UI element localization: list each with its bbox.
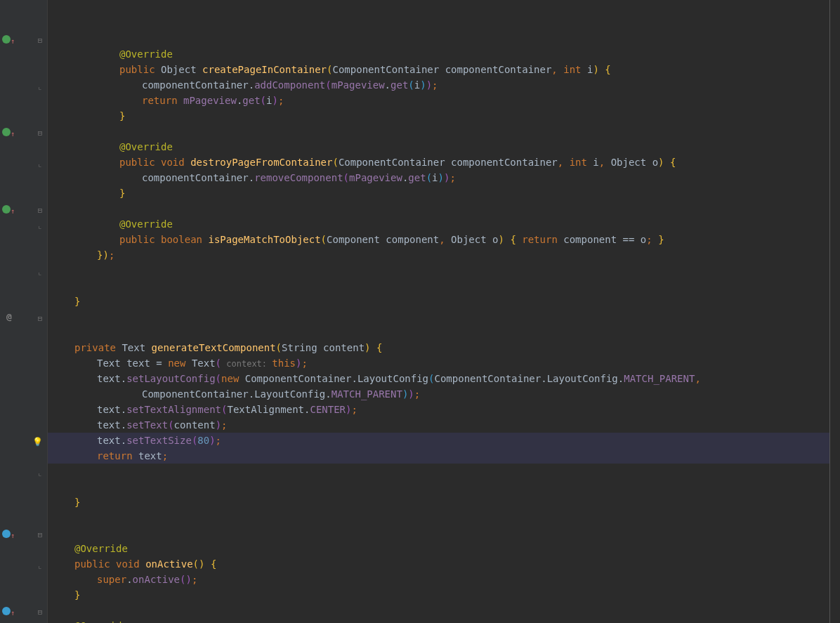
token-param: componentContainer — [445, 64, 552, 75]
fold-collapse-icon[interactable]: ⊟ — [37, 126, 44, 141]
token-dot: . — [541, 373, 546, 384]
code-line[interactable] — [52, 278, 829, 294]
token-cls: TextAlignment — [227, 404, 304, 415]
token-dot: . — [121, 373, 126, 384]
fold-collapse-icon[interactable]: ⊟ — [37, 527, 44, 543]
code-line[interactable]: public void destroyPageFromContainer(Com… — [52, 155, 829, 170]
token-kw: private — [74, 342, 122, 353]
token-paren0: ) — [658, 157, 670, 168]
token-paren0: ( — [276, 342, 282, 353]
override-gutter-icon[interactable]: ↑ — [2, 204, 12, 214]
token-cls: Text — [122, 342, 151, 353]
code-line[interactable]: @Override — [52, 618, 829, 623]
code-line[interactable]: return mPageview.get(i); — [52, 93, 829, 108]
override-gutter-icon[interactable]: ↑ — [2, 34, 12, 44]
code-line[interactable] — [52, 603, 829, 618]
token-paren1: ( — [325, 79, 331, 91]
token-kw: return — [516, 234, 563, 245]
code-line[interactable]: Text text = new Text( context: this); — [52, 355, 829, 371]
code-line[interactable]: componentContainer.removeComponent(mPage… — [52, 170, 829, 185]
code-line[interactable]: @Override — [52, 541, 829, 556]
token-dot: . — [121, 404, 126, 415]
code-line[interactable] — [52, 324, 829, 340]
fold-collapse-icon[interactable]: ⊟ — [37, 311, 44, 327]
code-line[interactable]: } — [52, 587, 829, 603]
code-line[interactable]: @Override — [52, 216, 829, 232]
token-field: CENTER — [310, 404, 346, 415]
token-param: componentContainer — [451, 157, 558, 168]
token-field: MATCH_PARENT — [332, 388, 402, 400]
code-line[interactable]: text.setTextSize(80); — [52, 433, 829, 448]
intention-bulb-icon[interactable]: 💡 — [32, 434, 43, 450]
token-semi: ; — [414, 388, 420, 400]
fold-collapse-icon[interactable]: ⊟ — [37, 605, 44, 620]
token-meth: destroyPageFromContainer — [190, 157, 332, 168]
token-kw: public — [119, 234, 161, 245]
fold-collapse-icon[interactable]: ⊟ — [37, 203, 44, 218]
related-problem-gutter-icon[interactable]: @ — [6, 309, 12, 324]
fold-end-icon: ⌞ — [37, 466, 44, 481]
token-cls: ComponentContainer — [245, 373, 352, 384]
code-line[interactable] — [52, 31, 829, 46]
token-dot: . — [121, 419, 126, 431]
fold-end-icon: ⌞ — [37, 558, 44, 574]
token-paren0: { — [605, 64, 610, 75]
code-line[interactable]: public Object createPageInContainer(Comp… — [52, 62, 829, 77]
token-kw: public — [74, 558, 116, 570]
token-kw: return — [142, 95, 183, 106]
token-dot: . — [126, 574, 132, 585]
code-editor[interactable]: @Overridepublic Object createPageInConta… — [48, 0, 829, 623]
token-paren1: ( — [216, 373, 221, 384]
code-line[interactable]: @Override — [52, 46, 829, 62]
code-line[interactable]: public boolean isPageMatchToObject(Compo… — [52, 232, 829, 247]
code-line[interactable] — [52, 124, 829, 139]
code-line[interactable]: } — [52, 294, 829, 309]
code-line[interactable] — [52, 479, 829, 494]
token-semi: ; — [301, 358, 307, 369]
token-dot: . — [618, 373, 624, 384]
code-line[interactable]: componentContainer.addComponent(mPagevie… — [52, 77, 829, 93]
fold-end-icon: ⌞ — [37, 265, 44, 280]
override-gutter-icon[interactable]: ↑ — [2, 605, 12, 615]
code-line[interactable]: text.setTextAlignment(TextAlignment.CENT… — [52, 402, 829, 417]
token-semi: ; — [646, 234, 658, 245]
token-paren0: } — [119, 110, 125, 122]
code-line[interactable]: } — [52, 494, 829, 510]
code-line[interactable]: text.setLayoutConfig(new ComponentContai… — [52, 371, 829, 386]
code-line[interactable]: return text; — [52, 448, 829, 464]
token-dot: . — [351, 373, 357, 384]
token-paren1: ) — [185, 574, 191, 585]
code-line[interactable]: ComponentContainer.LayoutConfig.MATCH_PA… — [52, 386, 829, 402]
token-cls: Object — [451, 234, 492, 245]
fold-collapse-icon[interactable]: ⊟ — [37, 33, 44, 48]
code-line[interactable]: }); — [52, 247, 829, 263]
token-param: text — [138, 450, 162, 461]
override-gutter-icon[interactable]: ↑ — [2, 126, 12, 136]
code-line[interactable] — [52, 309, 829, 324]
token-dot: . — [249, 388, 254, 400]
token-paren0: { — [670, 157, 676, 168]
code-line[interactable] — [52, 525, 829, 541]
token-field: mPageview — [349, 172, 402, 183]
token-ann: @Override — [119, 48, 173, 60]
code-line[interactable] — [52, 510, 829, 525]
token-semi: ; — [221, 419, 227, 431]
code-line[interactable] — [52, 263, 829, 278]
override-gutter-icon[interactable]: ↑ — [2, 528, 12, 538]
token-paren2: ( — [408, 79, 414, 91]
fold-end-icon: ⌞ — [37, 218, 44, 234]
code-line[interactable]: @Override — [52, 139, 829, 155]
code-line[interactable] — [52, 201, 829, 216]
code-line[interactable]: text.setText(content); — [52, 417, 829, 433]
token-paren1: ) — [408, 388, 414, 400]
code-line[interactable]: public void onActive() { — [52, 556, 829, 572]
token-dot: . — [325, 388, 331, 400]
token-paren1: ( — [343, 172, 349, 183]
code-line[interactable]: } — [52, 108, 829, 124]
code-line[interactable]: super.onActive(); — [52, 572, 829, 587]
code-line[interactable] — [52, 464, 829, 479]
code-line[interactable]: private Text generateTextComponent(Strin… — [52, 340, 829, 355]
code-line[interactable]: } — [52, 185, 829, 201]
token-kw: int — [570, 157, 593, 168]
token-paren2: ) — [420, 79, 426, 91]
